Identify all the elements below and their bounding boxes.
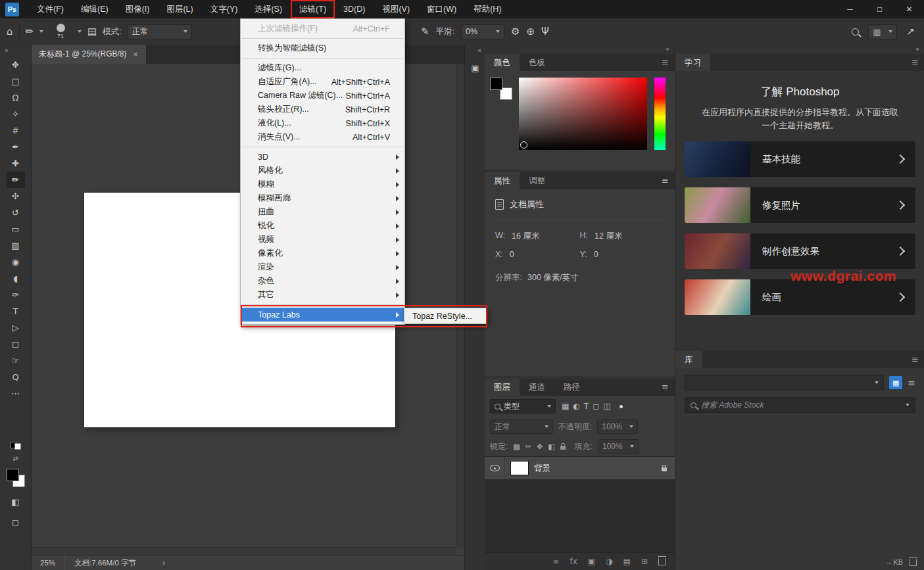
menu-item-filter-gallery[interactable]: 滤镜库(G)...	[241, 61, 404, 75]
filter-toggle-pin-icon[interactable]	[620, 405, 623, 408]
tool-crop[interactable]: #	[7, 122, 25, 139]
tool-eyedropper[interactable]: ✒	[7, 139, 25, 155]
menu-item-render[interactable]: 渲染	[241, 260, 404, 274]
brush-angle-icon[interactable]: ⊕	[527, 27, 535, 37]
menu-item-topaz-restyle[interactable]: Topaz ReStyle...	[404, 309, 486, 323]
tool-zoom[interactable]: Q	[7, 369, 25, 385]
tool-clone-stamp[interactable]: ✣	[7, 188, 25, 204]
menu-help[interactable]: 帮助(H)	[465, 0, 510, 18]
menu-window[interactable]: 窗口(W)	[418, 0, 465, 18]
lock-all-icon[interactable]	[560, 446, 566, 450]
filter-pixel-layers-icon[interactable]: ▦	[560, 402, 571, 411]
blend-mode-select[interactable]: 正常	[128, 24, 192, 39]
tool-gradient[interactable]: ▨	[7, 237, 25, 254]
menu-item-liquify[interactable]: 液化(L)... Shift+Ctrl+X	[241, 116, 404, 130]
menu-3d[interactable]: 3D(D)	[335, 0, 374, 18]
tool-spot-healing[interactable]: ✚	[7, 155, 25, 172]
foreground-swatch[interactable]	[490, 78, 502, 90]
tab-swatches[interactable]: 色板	[520, 54, 554, 71]
tool-edit-toolbar[interactable]: ⋯	[7, 385, 25, 402]
chevron-down-icon[interactable]	[39, 30, 43, 33]
document-tab[interactable]: 未标题-1 @ 25%(RGB/8) ×	[31, 45, 146, 64]
menu-item-other[interactable]: 其它	[241, 288, 404, 302]
layer-row-background[interactable]: 背景	[485, 457, 675, 479]
menu-item-stylize[interactable]: 风格化	[241, 164, 404, 178]
status-chevron-icon[interactable]: ›	[162, 558, 165, 567]
filter-type-layers-icon[interactable]: T	[582, 402, 591, 411]
filter-adjustment-layers-icon[interactable]: ◐	[571, 402, 581, 411]
foreground-color-swatch[interactable]	[7, 469, 19, 481]
lock-position-icon[interactable]: ✥	[537, 442, 543, 451]
menu-item-pixelate[interactable]: 像素化	[241, 247, 404, 260]
lock-transparent-pixels-icon[interactable]: ▩	[513, 442, 520, 451]
vertical-scrollbar[interactable]	[456, 64, 464, 548]
opacity-field[interactable]: 100%	[597, 419, 638, 434]
zoom-level-field[interactable]: 25%	[31, 556, 65, 570]
library-select[interactable]	[685, 375, 884, 391]
tab-libraries[interactable]: 库	[675, 351, 702, 368]
panel-menu-icon[interactable]: ≡	[656, 379, 675, 396]
tool-pen[interactable]: ✑	[7, 287, 25, 303]
add-layer-mask-icon[interactable]: ▣	[588, 557, 595, 566]
tool-type[interactable]: T	[7, 303, 25, 320]
color-picker-dot[interactable]	[520, 141, 527, 149]
layer-filter-type-select[interactable]: 类型	[490, 399, 556, 414]
airbrush-icon[interactable]: ✎	[421, 27, 429, 37]
menu-item-convert-smart-filters[interactable]: 转换为智能滤镜(S)	[241, 41, 404, 55]
menu-item-blur-gallery[interactable]: 模糊画廊	[241, 191, 404, 205]
tool-brush[interactable]: ✏	[7, 172, 25, 188]
tab-color[interactable]: 颜色	[485, 54, 520, 71]
learn-card-basic-skills[interactable]: 基本技能	[685, 141, 915, 177]
search-icon[interactable]	[852, 28, 859, 36]
screen-mode-button[interactable]: ◻	[7, 514, 25, 531]
layer-thumbnail[interactable]	[511, 462, 528, 475]
document-tab-close-icon[interactable]: ×	[134, 50, 138, 59]
menu-item-lens-correction[interactable]: 镜头校正(R)... Shift+Ctrl+R	[241, 103, 404, 116]
menu-item-camera-raw[interactable]: Camera Raw 滤镜(C)... Shift+Ctrl+A	[241, 89, 404, 103]
menu-image[interactable]: 图像(I)	[117, 0, 158, 18]
link-layers-icon[interactable]: ∞	[552, 557, 559, 566]
layer-effects-icon[interactable]: fx	[570, 557, 577, 566]
tab-paths[interactable]: 路径	[554, 379, 589, 396]
tool-quick-selection[interactable]: ✧	[7, 106, 25, 122]
tool-lasso[interactable]: Ω	[7, 89, 25, 106]
filter-smart-objects-icon[interactable]: ◫	[601, 402, 612, 411]
brush-preset-picker[interactable]: 71	[49, 24, 72, 39]
panel-menu-icon[interactable]: ≡	[906, 351, 924, 368]
layer-blend-mode-select[interactable]: 正常	[490, 419, 553, 434]
new-layer-icon[interactable]: ⊞	[641, 557, 648, 566]
learn-card-painting[interactable]: 绘画	[685, 279, 915, 315]
lock-artboard-icon[interactable]: ◧	[548, 442, 554, 451]
hue-slider[interactable]	[654, 78, 666, 150]
tool-hand[interactable]: ☞	[7, 352, 25, 369]
menu-item-3d[interactable]: 3D	[241, 150, 404, 164]
tab-learn[interactable]: 学习	[675, 54, 710, 71]
share-icon[interactable]: ↗	[906, 27, 915, 37]
minimize-button[interactable]: ─	[835, 0, 865, 18]
list-view-button[interactable]: ≡	[908, 377, 915, 388]
tool-rectangle[interactable]: ◻	[7, 336, 25, 352]
toolbar-collapse-icon[interactable]: »	[0, 45, 31, 57]
menu-item-blur[interactable]: 模糊	[241, 178, 404, 191]
menu-item-last-filter[interactable]: 上次滤镜操作(F) Alt+Ctrl+F	[241, 22, 404, 36]
menu-filter[interactable]: 滤镜(T)	[291, 0, 335, 18]
menu-edit[interactable]: 编辑(E)	[72, 0, 117, 18]
new-group-icon[interactable]: ▤	[623, 557, 631, 566]
tool-blur[interactable]: ◉	[7, 254, 25, 270]
panel-menu-icon[interactable]: ≡	[656, 54, 675, 71]
delete-library-item-icon[interactable]	[910, 559, 917, 566]
delete-layer-icon[interactable]	[658, 558, 666, 565]
home-icon[interactable]: ⌂	[7, 27, 13, 37]
learn-card-retouch-photos[interactable]: 修复照片	[685, 187, 915, 223]
filter-shape-layers-icon[interactable]: ◻	[591, 402, 601, 411]
default-colors-icon[interactable]	[11, 442, 21, 450]
paint-symmetry-icon[interactable]: Ψ	[541, 27, 549, 37]
menu-item-video[interactable]: 视频	[241, 233, 404, 247]
menu-item-vanishing-point[interactable]: 消失点(V)... Alt+Ctrl+V	[241, 130, 404, 144]
tool-move[interactable]: ✥	[7, 57, 25, 73]
menu-separator[interactable]	[241, 144, 404, 150]
swap-colors-icon[interactable]: ⇄	[12, 455, 18, 462]
brush-tool-preset-icon[interactable]: ✏	[26, 27, 34, 37]
collapse-panels-icon[interactable]: »	[675, 45, 924, 54]
color-saturation-field[interactable]	[519, 78, 647, 150]
